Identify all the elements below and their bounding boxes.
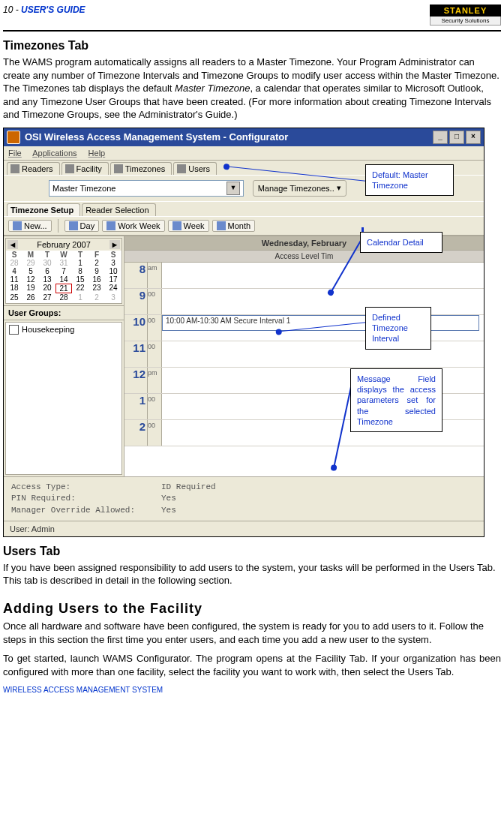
calendar-day[interactable]: 17 <box>105 275 122 284</box>
calendar-day[interactable]: 3 <box>105 259 122 267</box>
checkbox-icon[interactable] <box>9 325 19 335</box>
timezones-icon <box>114 164 123 173</box>
calendar-day[interactable]: 7 <box>56 267 72 275</box>
user-group-item[interactable]: Housekeeping <box>6 323 122 337</box>
tab-facility-label: Facility <box>76 164 102 173</box>
calendar-day[interactable]: 1 <box>72 293 88 302</box>
calendar-day[interactable]: 26 <box>22 293 39 302</box>
chevron-down-icon[interactable]: ▼ <box>226 182 240 195</box>
menu-file[interactable]: File <box>8 149 22 158</box>
time-slot[interactable] <box>162 341 484 367</box>
calendar-day[interactable]: 30 <box>39 259 56 267</box>
calendar-day[interactable]: 20 <box>39 284 56 293</box>
time-slot[interactable] <box>162 289 484 314</box>
timezone-interval-appointment[interactable]: 10:00 AM-10:30 AM Secure Interval 1 <box>162 315 479 331</box>
user-group-name: Housekeeping <box>22 325 74 334</box>
week-label: Week <box>184 221 205 230</box>
maximize-button[interactable]: □ <box>449 131 464 144</box>
calendar-day[interactable]: 4 <box>6 267 22 275</box>
calendar-day[interactable]: 14 <box>56 275 72 284</box>
calendar-day[interactable]: 27 <box>39 293 56 302</box>
calendar-day[interactable]: 25 <box>6 293 22 302</box>
status-bar: User: Admin <box>4 521 484 536</box>
calendar-day[interactable]: 11 <box>6 275 22 284</box>
day-label: Day <box>80 221 95 230</box>
timezones-heading: Timezones Tab <box>3 39 501 53</box>
calendar-day[interactable]: 12 <box>22 275 39 284</box>
week-icon <box>172 221 182 230</box>
calendar-day[interactable]: 9 <box>88 267 105 275</box>
workweek-icon <box>106 221 116 230</box>
menu-help[interactable]: Help <box>88 149 106 158</box>
calendar-day[interactable]: 28 <box>56 293 72 302</box>
time-row[interactable]: 8am <box>124 263 484 289</box>
tab-timezone-setup[interactable]: Timezone Setup <box>7 203 80 216</box>
calendar-day[interactable]: 22 <box>72 284 88 293</box>
time-slot[interactable]: 10:00 AM-10:30 AM Secure Interval 1 <box>162 315 484 341</box>
hour-suffix: 00 <box>148 420 162 446</box>
menu-bar: File Applications Help <box>4 146 484 161</box>
calendar-day[interactable]: 28 <box>6 259 22 267</box>
mini-calendar[interactable]: ◄ February 2007 ► SMTWTFS282930311234567… <box>5 238 122 304</box>
menu-applications[interactable]: Applications <box>32 149 76 158</box>
new-button[interactable]: New... <box>8 220 52 232</box>
mgr-val: Yes <box>161 505 176 516</box>
hour-suffix: pm <box>148 368 162 393</box>
status-user: User: Admin <box>10 524 55 533</box>
time-slot[interactable] <box>162 263 484 288</box>
calendar-day[interactable]: 23 <box>88 284 105 293</box>
month-label: February 2007 <box>37 240 91 249</box>
page-number-label: 10 - USER'S GUIDE <box>3 5 86 15</box>
new-label: New... <box>24 221 47 230</box>
tab-reader-selection[interactable]: Reader Selection <box>82 203 155 216</box>
tab-users[interactable]: Users <box>173 162 217 175</box>
workweek-button[interactable]: Work Week <box>102 220 164 232</box>
calendar-day[interactable]: 10 <box>105 267 122 275</box>
timezone-dropdown[interactable]: Master Timezone ▼ <box>49 180 244 197</box>
calendar-day[interactable]: 15 <box>72 275 88 284</box>
week-button[interactable]: Week <box>168 220 209 232</box>
calendar-day[interactable]: 19 <box>22 284 39 293</box>
callout-calendar-detail: Calendar Detail <box>360 232 442 253</box>
tab-timezones-label: Timezones <box>125 164 165 173</box>
close-button[interactable]: × <box>466 131 481 144</box>
calendar-day[interactable]: 5 <box>22 267 39 275</box>
calendar-day[interactable]: 24 <box>105 284 122 293</box>
calendar-sidebar: ◄ February 2007 ► SMTWTFS282930311234567… <box>4 236 124 476</box>
access-type-val: ID Required <box>161 482 216 493</box>
minimize-button[interactable]: _ <box>433 131 448 144</box>
mini-cal-grid[interactable]: SMTWTFS282930311234567891011121314151617… <box>6 251 122 302</box>
hour-label: 9 <box>124 289 148 314</box>
calendar-day[interactable]: 31 <box>56 259 72 267</box>
tab-timezones[interactable]: Timezones <box>110 162 172 175</box>
next-month-button[interactable]: ► <box>110 240 120 249</box>
calendar-day[interactable]: 8 <box>72 267 88 275</box>
facility-icon <box>65 164 74 173</box>
users-paragraph: If you have been assigned responsibility… <box>3 561 501 587</box>
calendar-day[interactable]: 16 <box>88 275 105 284</box>
calendar-day[interactable]: 2 <box>88 293 105 302</box>
calendar-day[interactable]: 2 <box>88 259 105 267</box>
month-label: Month <box>228 221 251 230</box>
guide-label: USER'S GUIDE <box>21 5 86 15</box>
tab-readers-label: Readers <box>22 164 53 173</box>
calendar-day[interactable]: 1 <box>72 259 88 267</box>
calendar-day[interactable]: 3 <box>105 293 122 302</box>
tab-users-label: Users <box>188 164 210 173</box>
tz-body-ital: Master Timezone <box>175 83 250 94</box>
calendar-day[interactable]: 6 <box>39 267 56 275</box>
month-button[interactable]: Month <box>212 220 256 232</box>
calendar-day[interactable]: 21 <box>56 284 72 293</box>
day-button[interactable]: Day <box>64 220 100 232</box>
sub-tabs: Timezone Setup Reader Selection <box>4 201 484 216</box>
prev-month-button[interactable]: ◄ <box>8 240 18 249</box>
day-header-cell: T <box>72 251 88 259</box>
calendar-day[interactable]: 13 <box>39 275 56 284</box>
users-heading: Users Tab <box>3 545 501 558</box>
calendar-day[interactable]: 29 <box>22 259 39 267</box>
manage-timezones-button[interactable]: Manage Timezones.. ▾ <box>253 180 346 197</box>
calendar-day[interactable]: 18 <box>6 284 22 293</box>
mgr-key: Manager Override Allowed: <box>11 505 161 516</box>
tab-readers[interactable]: Readers <box>7 162 60 175</box>
tab-facility[interactable]: Facility <box>62 162 109 175</box>
